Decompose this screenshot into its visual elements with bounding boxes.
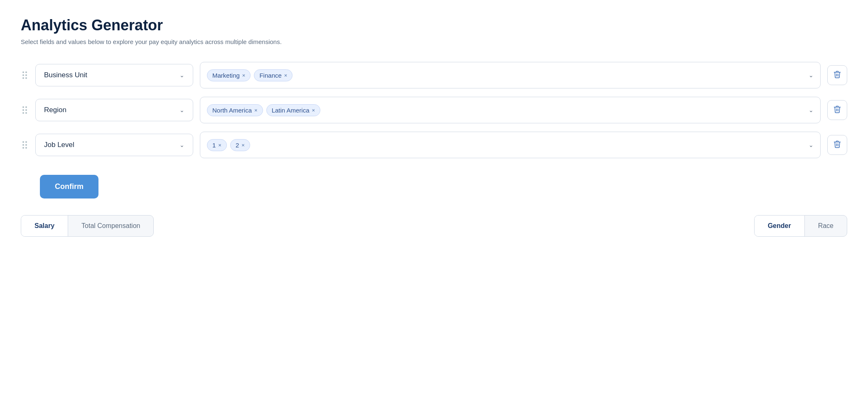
value-select-job-level[interactable]: 1 × 2 × ⌄ [200, 132, 821, 158]
field-select-label: Job Level [44, 141, 74, 149]
tag-label: North America [212, 107, 252, 114]
page-subtitle: Select fields and values below to explor… [21, 38, 847, 45]
tag-label: 2 [236, 142, 239, 149]
tag-marketing: Marketing × [207, 69, 251, 81]
value-select-business-unit[interactable]: Marketing × Finance × ⌄ [200, 62, 821, 88]
tag-remove-level-2[interactable]: × [241, 142, 245, 148]
chevron-down-icon: ⌄ [180, 72, 184, 78]
tags-area-job-level: 1 × 2 × [207, 139, 805, 151]
trash-icon [833, 105, 841, 115]
dimension-tab-group: Gender Race [754, 215, 847, 237]
tags-area-region: North America × Latin America × [207, 104, 805, 116]
tag-label: Marketing [212, 72, 240, 79]
chevron-down-icon: ⌄ [180, 107, 184, 113]
value-chevron-icon: ⌄ [809, 142, 814, 148]
tag-level-1: 1 × [207, 139, 227, 151]
drag-handle-3[interactable] [21, 140, 29, 150]
value-chevron-icon: ⌄ [809, 72, 814, 78]
tab-gender[interactable]: Gender [755, 216, 805, 236]
delete-row-1-button[interactable] [827, 65, 847, 85]
tag-remove-north-america[interactable]: × [254, 108, 258, 113]
page-title: Analytics Generator [21, 17, 847, 34]
tab-race[interactable]: Race [805, 216, 847, 236]
field-select-region[interactable]: Region ⌄ [35, 99, 193, 121]
tag-remove-marketing[interactable]: × [242, 73, 246, 78]
tag-remove-latin-america[interactable]: × [312, 108, 315, 113]
compensation-tab-group: Salary Total Compensation [21, 215, 154, 237]
delete-row-2-button[interactable] [827, 100, 847, 120]
field-select-business-unit[interactable]: Business Unit ⌄ [35, 64, 193, 86]
tag-remove-finance[interactable]: × [284, 73, 288, 78]
tab-total-compensation[interactable]: Total Compensation [68, 216, 153, 236]
trash-icon [833, 140, 841, 150]
filter-row-business-unit: Business Unit ⌄ Marketing × Finance × ⌄ [21, 62, 847, 88]
value-chevron-icon: ⌄ [809, 107, 814, 113]
value-select-region[interactable]: North America × Latin America × ⌄ [200, 97, 821, 123]
tab-salary[interactable]: Salary [21, 216, 68, 236]
chevron-down-icon: ⌄ [180, 142, 184, 148]
tag-label: Latin America [272, 107, 310, 114]
filter-rows-container: Business Unit ⌄ Marketing × Finance × ⌄ [21, 62, 847, 158]
trash-icon [833, 70, 841, 81]
tag-latin-america: Latin America × [266, 104, 320, 116]
filter-row-job-level: Job Level ⌄ 1 × 2 × ⌄ [21, 132, 847, 158]
tag-finance: Finance × [254, 69, 293, 81]
tag-level-2: 2 × [230, 139, 250, 151]
tags-area-business-unit: Marketing × Finance × [207, 69, 805, 81]
field-select-label: Region [44, 106, 66, 114]
filter-row-region: Region ⌄ North America × Latin America ×… [21, 97, 847, 123]
tag-label: Finance [259, 72, 281, 79]
field-select-label: Business Unit [44, 71, 87, 79]
tag-label: 1 [212, 142, 216, 149]
tag-remove-level-1[interactable]: × [218, 142, 221, 148]
bottom-section: Salary Total Compensation Gender Race [21, 215, 847, 237]
drag-handle-2[interactable] [21, 105, 29, 115]
confirm-button[interactable]: Confirm [40, 175, 98, 198]
delete-row-3-button[interactable] [827, 135, 847, 155]
drag-handle-1[interactable] [21, 70, 29, 81]
field-select-job-level[interactable]: Job Level ⌄ [35, 134, 193, 156]
tag-north-america: North America × [207, 104, 263, 116]
